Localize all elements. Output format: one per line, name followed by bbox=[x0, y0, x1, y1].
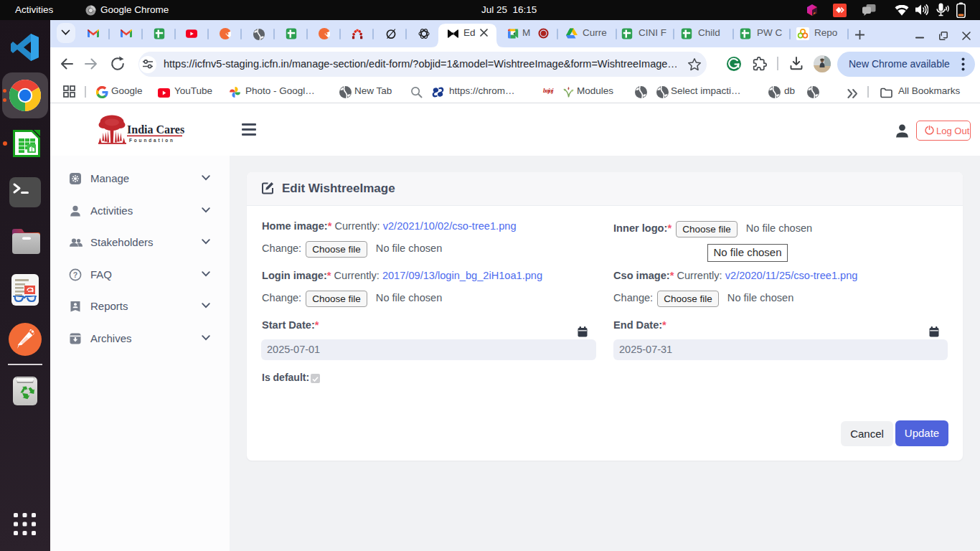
svg-text:?: ? bbox=[73, 270, 77, 279]
svg-text:India Cares: India Cares bbox=[127, 123, 184, 136]
svg-text:Foundation: Foundation bbox=[129, 138, 175, 143]
